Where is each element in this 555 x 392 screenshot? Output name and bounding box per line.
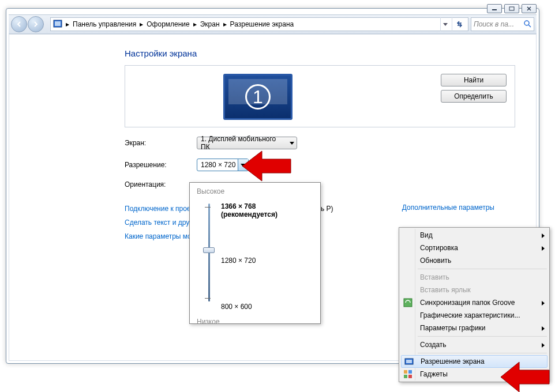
annotation-arrow-icon (501, 361, 553, 392)
screen-label: Экран: (125, 139, 197, 147)
orientation-label: Ориентация: (125, 180, 197, 189)
annotation-arrow-icon (242, 149, 294, 187)
resolution-option-recommended[interactable]: 1366 × 768 (рекомендуется) (221, 202, 313, 218)
search-icon (523, 20, 531, 29)
svg-rect-8 (404, 299, 412, 307)
svg-rect-12 (408, 370, 412, 374)
navbar: ▶ Панель управления ▶ Оформление ▶ Экран… (9, 14, 537, 34)
page-title: Настройки экрана (125, 48, 515, 58)
slider-tick (205, 207, 211, 208)
detect-button[interactable]: Определить (441, 90, 507, 103)
find-button[interactable]: Найти (441, 74, 507, 86)
chevron-right-icon (542, 326, 545, 331)
ctx-create[interactable]: Создать (400, 338, 548, 351)
chevron-right-icon: ▶ (138, 22, 144, 27)
search-box[interactable]: Поиск в па... (471, 17, 534, 31)
svg-marker-16 (501, 362, 549, 392)
breadcrumb-item[interactable]: Разрешение экрана (230, 20, 294, 28)
screen-dropdown[interactable]: 1. Дисплей мобильного ПК (197, 137, 297, 149)
breadcrumb-item[interactable]: Оформление (147, 20, 189, 28)
resolution-dropdown[interactable]: 1280 × 720 (197, 159, 249, 171)
slider-low-label: Низкое (197, 318, 313, 326)
resolution-option[interactable]: 800 × 600 (221, 303, 313, 311)
chevron-right-icon: ▶ (192, 22, 198, 27)
groove-icon (403, 298, 412, 307)
ctx-paste: Вставить (400, 271, 548, 284)
resolution-slider-popup: Высокое 1366 × 768 (рекомендуется) 1280 … (189, 182, 321, 324)
slider-high-label: Высокое (197, 187, 313, 195)
ctx-view[interactable]: Вид (400, 229, 548, 242)
minimize-button[interactable] (487, 4, 502, 13)
resolution-value: 1280 × 720 (201, 161, 235, 169)
desktop-context-menu: Вид Сортировка Обновить Вставить Вставит… (399, 227, 550, 382)
svg-rect-13 (404, 375, 407, 378)
address-dropdown-button[interactable] (440, 17, 449, 31)
resolution-option[interactable]: 1280 × 720 (221, 257, 313, 265)
monitor-preview-area: 1 Найти Определить (125, 65, 515, 127)
refresh-button[interactable] (452, 17, 466, 31)
breadcrumb-item[interactable]: Панель управления (73, 20, 136, 28)
svg-point-6 (524, 21, 529, 25)
maximize-button[interactable] (504, 4, 519, 13)
screen-row: Экран: 1. Дисплей мобильного ПК (125, 137, 515, 149)
svg-rect-0 (492, 9, 497, 10)
nav-forward-button[interactable] (28, 16, 44, 32)
search-placeholder: Поиск в па... (474, 20, 514, 28)
chevron-right-icon: ▶ (222, 22, 228, 27)
svg-line-7 (528, 25, 531, 27)
chevron-right-icon (542, 233, 545, 238)
chevron-right-icon (542, 343, 545, 348)
ctx-graphics-params[interactable]: Параметры графики (400, 322, 548, 334)
chevron-right-icon: ▶ (65, 22, 70, 27)
gadgets-icon (403, 370, 412, 379)
chevron-down-icon (290, 142, 294, 145)
projector-link[interactable]: Подключение к проек (125, 205, 194, 213)
svg-rect-10 (406, 360, 412, 363)
address-bar[interactable]: ▶ Панель управления ▶ Оформление ▶ Экран… (50, 17, 468, 31)
ctx-graphics-characteristics[interactable]: Графические характеристики... (400, 309, 548, 322)
close-button[interactable] (522, 4, 537, 13)
monitor-number: 1 (245, 84, 271, 110)
advanced-settings-link[interactable]: Дополнительные параметры (402, 203, 494, 212)
slider-thumb[interactable] (203, 247, 215, 253)
svg-rect-1 (509, 7, 514, 10)
chevron-right-icon (542, 246, 545, 251)
svg-rect-14 (408, 375, 412, 378)
projector-link-tail: ь P) (321, 205, 333, 213)
svg-marker-15 (242, 151, 291, 181)
control-panel-icon (53, 20, 62, 29)
slider-tick (205, 298, 211, 299)
svg-rect-11 (404, 370, 407, 374)
resolution-label: Разрешение: (125, 161, 197, 169)
menu-separator (418, 353, 547, 353)
titlebar (6, 9, 539, 14)
chevron-right-icon (542, 301, 545, 306)
ctx-sort[interactable]: Сортировка (400, 242, 548, 254)
ctx-refresh[interactable]: Обновить (400, 254, 548, 267)
monitor-thumbnail[interactable]: 1 (223, 74, 292, 120)
monitor-icon (404, 357, 414, 367)
breadcrumb-item[interactable]: Экран (200, 20, 220, 28)
nav-back-button[interactable] (11, 16, 27, 32)
ctx-paste-shortcut: Вставить ярлык (400, 284, 548, 296)
svg-rect-5 (55, 21, 61, 26)
ctx-groove-sync[interactable]: Синхронизация папок Groove (400, 296, 548, 309)
menu-separator (418, 269, 547, 269)
menu-separator (418, 336, 547, 337)
resolution-row: Разрешение: 1280 × 720 (125, 159, 515, 171)
